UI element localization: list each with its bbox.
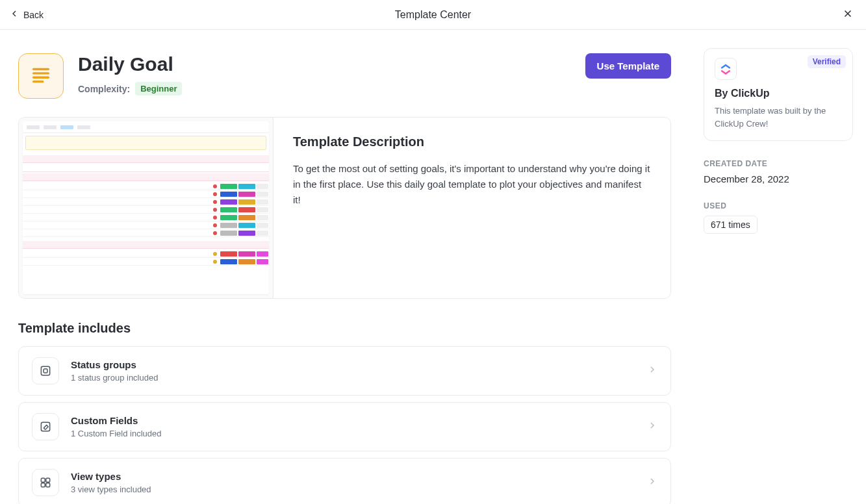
include-card-status-groups[interactable]: Status groups 1 status group included <box>18 346 671 396</box>
created-date-label: CREATED DATE <box>704 159 853 168</box>
status-group-icon <box>32 357 59 384</box>
svg-rect-10 <box>41 478 45 482</box>
back-button[interactable]: Back <box>9 8 44 21</box>
svg-rect-12 <box>41 483 45 487</box>
author-card: Verified By ClickUp This template was bu… <box>704 48 853 141</box>
complexity-badge: Beginner <box>135 82 182 95</box>
created-date-value: December 28, 2022 <box>704 173 853 184</box>
template-name: Daily Goal <box>78 53 173 75</box>
custom-field-icon <box>32 413 59 440</box>
close-icon <box>842 8 854 21</box>
description-text: To get the most out of setting goals, it… <box>293 161 651 208</box>
more-options-button[interactable] <box>185 57 201 72</box>
title-block: Daily Goal Complexity: Beginner <box>78 53 571 95</box>
used-label: USED <box>704 201 853 210</box>
template-header: Daily Goal Complexity: Beginner Use Temp… <box>18 53 671 99</box>
used-value: 671 times <box>704 216 758 234</box>
includes-heading: Template includes <box>18 321 671 336</box>
list-lines-icon <box>30 64 52 88</box>
template-icon <box>18 53 64 99</box>
chevron-right-icon <box>647 476 657 489</box>
include-subtitle: 1 status group included <box>71 373 635 383</box>
author-description: This template was built by the ClickUp C… <box>715 105 842 130</box>
svg-rect-11 <box>46 478 50 482</box>
clickup-logo-icon <box>715 58 737 80</box>
svg-rect-13 <box>46 483 50 487</box>
include-subtitle: 1 Custom Field included <box>71 429 635 438</box>
description-body: Template Description To get the most out… <box>274 118 670 298</box>
include-card-custom-fields[interactable]: Custom Fields 1 Custom Field included <box>18 402 671 451</box>
close-button[interactable] <box>839 6 857 24</box>
main-column[interactable]: Daily Goal Complexity: Beginner Use Temp… <box>0 30 694 504</box>
template-preview-image <box>23 121 269 294</box>
author-name: By ClickUp <box>715 88 842 99</box>
back-label: Back <box>23 10 44 20</box>
include-title: Custom Fields <box>71 415 635 426</box>
chevron-right-icon <box>647 420 657 433</box>
svg-rect-7 <box>41 366 49 375</box>
arrow-left-icon <box>9 8 19 21</box>
svg-rect-8 <box>44 369 47 373</box>
sidebar: Verified By ClickUp This template was bu… <box>694 30 866 504</box>
description-card: Template Description To get the most out… <box>18 117 671 299</box>
template-preview <box>19 118 274 298</box>
topbar: Back Template Center <box>0 0 866 30</box>
description-heading: Template Description <box>293 134 651 149</box>
verified-badge: Verified <box>808 55 846 68</box>
chevron-right-icon <box>647 364 657 377</box>
complexity-row: Complexity: Beginner <box>78 82 571 95</box>
include-title: View types <box>71 471 635 482</box>
page-title: Template Center <box>395 9 471 21</box>
complexity-label: Complexity: <box>78 84 130 94</box>
page-body: Daily Goal Complexity: Beginner Use Temp… <box>0 30 866 504</box>
use-template-button[interactable]: Use Template <box>585 53 671 79</box>
include-subtitle: 3 view types included <box>71 485 635 494</box>
view-types-icon <box>32 469 59 496</box>
include-card-view-types[interactable]: View types 3 view types included <box>18 458 671 504</box>
include-title: Status groups <box>71 359 635 370</box>
